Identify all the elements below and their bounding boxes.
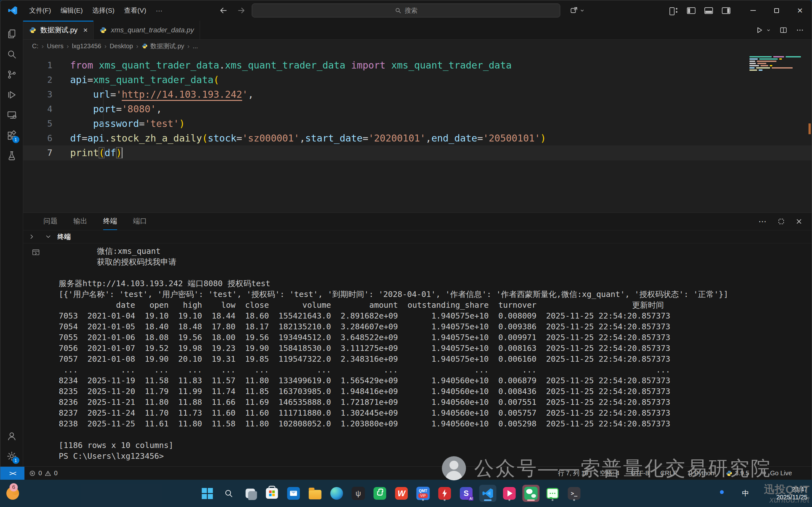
more-actions-icon[interactable]	[796, 26, 804, 34]
go-live-button[interactable]: Go Live	[761, 469, 792, 477]
close-button[interactable]: ×	[788, 0, 812, 21]
terminal-line: 7057 2021-01-08 19.90 20.10 19.31 19.85 …	[59, 354, 812, 364]
panel-tab-1[interactable]: 输出	[73, 213, 87, 230]
taskbar-green-app-icon[interactable]	[371, 485, 388, 502]
remote-indicator[interactable]: ><	[0, 467, 24, 480]
encoding[interactable]: UTF-8	[631, 469, 649, 477]
activitybar-testing-icon[interactable]	[2, 146, 21, 166]
taskbar-sai-icon[interactable]: SAI	[458, 485, 475, 502]
line-number: 3	[23, 87, 70, 102]
taskbar-clock[interactable]: 23:47 2025/11/25	[776, 486, 808, 501]
breadcrumb-item-2[interactable]: lxg123456	[72, 43, 101, 50]
language-mode[interactable]: {} Python	[688, 469, 714, 477]
activitybar-source-control-icon[interactable]	[2, 64, 21, 85]
taskbar-file-explorer-icon[interactable]	[307, 485, 324, 502]
minimize-button[interactable]	[741, 0, 765, 21]
taskbar-wechat-icon[interactable]	[523, 485, 540, 502]
python-version: 3.9.5	[735, 469, 749, 477]
taskbar-icons: ψWQMTVIPSAI>_	[199, 480, 583, 507]
panel-tab-2[interactable]: 终端	[103, 213, 117, 230]
taskbar-chat-icon[interactable]	[544, 485, 561, 502]
eol-sequence[interactable]: CRLF	[660, 469, 677, 477]
breadcrumb-item-3[interactable]: Desktop	[110, 43, 133, 50]
chevron-right-icon[interactable]	[28, 233, 35, 240]
taskbar-start-icon[interactable]	[199, 485, 216, 502]
menu-item-1[interactable]: 编辑(E)	[56, 3, 88, 18]
taskbar-vscode-icon[interactable]	[479, 485, 496, 502]
nav-back-icon[interactable]	[219, 6, 228, 15]
maximize-button[interactable]	[765, 0, 788, 21]
minimap[interactable]	[750, 56, 803, 72]
toggle-panel-icon[interactable]	[704, 7, 713, 14]
copilot-button[interactable]	[570, 6, 585, 15]
panel-tab-0[interactable]: 问题	[44, 213, 57, 230]
activitybar-remote-explorer-icon[interactable]	[2, 105, 21, 125]
terminal-launch-icon[interactable]	[32, 248, 40, 257]
taskbar-play-icon[interactable]	[501, 485, 518, 502]
taskbar-qmt-icon[interactable]: QMTVIP	[415, 485, 432, 502]
run-dropdown-icon[interactable]	[766, 27, 771, 33]
tab-close-icon[interactable]: ×	[83, 26, 88, 35]
run-button[interactable]	[755, 26, 763, 34]
activitybar-run-debug-icon[interactable]	[2, 85, 21, 105]
taskbar-wps-icon[interactable]: W	[393, 485, 410, 502]
tray-ime-icon[interactable]: 中	[742, 489, 749, 498]
breadcrumb-item-4[interactable]: 数据测试.py	[142, 42, 184, 50]
panel-tab-3[interactable]: 端口	[133, 213, 147, 230]
activitybar-extensions-icon[interactable]: 1	[2, 125, 21, 146]
cursor-position[interactable]: 行 7, 列 10	[558, 469, 589, 477]
code-line: 4 port='8080',	[23, 102, 812, 116]
customize-layout-icon[interactable]	[669, 7, 678, 14]
menu-item-4[interactable]: ···	[151, 3, 167, 18]
terminal-section-header[interactable]: 终端	[23, 230, 812, 243]
taskbar-task-view-icon[interactable]	[242, 485, 259, 502]
toggle-sidebar-icon[interactable]	[687, 7, 696, 14]
breadcrumb-item-0[interactable]: C:	[32, 43, 39, 50]
terminal-line: [1186 rows x 10 columns]	[59, 440, 812, 451]
tab-data-test[interactable]: 数据测试.py ×	[23, 21, 94, 39]
search-input[interactable]: 搜索	[252, 3, 560, 17]
code-line: 1from xms_quant_trader_data.xms_quant_tr…	[23, 58, 812, 73]
editor[interactable]: 1from xms_quant_trader_data.xms_quant_tr…	[23, 52, 812, 213]
activitybar-settings-icon[interactable]: 1	[2, 446, 21, 466]
copilot-icon	[570, 6, 578, 15]
toggle-secondary-sidebar-icon[interactable]	[722, 7, 730, 14]
menu-item-2[interactable]: 选择(S)	[88, 3, 119, 18]
taskbar-terminal-icon[interactable]: >_	[566, 485, 583, 502]
panel: 问题输出终端端口 ⋯ 终端 微信:xms_quant 获取的授权码找我申请 服务…	[23, 213, 812, 466]
taskbar-store-icon[interactable]	[264, 485, 281, 502]
indentation[interactable]: 空格: 4	[600, 469, 619, 477]
activitybar-search-icon[interactable]	[2, 44, 21, 64]
menu-item-3[interactable]: 查看(V)	[119, 3, 151, 18]
tab-xms-quant-trader-data[interactable]: xms_quant_trader_data.py	[94, 21, 200, 39]
python-interpreter[interactable]: 3.9.5	[726, 469, 749, 477]
clock-date: 2025/11/25	[776, 493, 808, 501]
menu-item-0[interactable]: 文件(F)	[24, 3, 56, 18]
problems-status[interactable]: 0 0	[24, 469, 62, 477]
panel-maximize-icon[interactable]	[777, 218, 785, 225]
widgets-button[interactable]: 6	[5, 485, 21, 502]
line-number: 2	[23, 73, 70, 87]
chevron-down-icon[interactable]	[45, 233, 52, 240]
taskbar-edge-icon[interactable]	[328, 485, 345, 502]
taskbar-search-icon[interactable]	[220, 485, 237, 502]
breadcrumb-item-1[interactable]: Users	[47, 43, 63, 50]
terminal-line: 8235 2025-11-20 11.79 11.99 11.74 11.85 …	[59, 386, 812, 397]
breadcrumb-item-5[interactable]: ...	[193, 43, 198, 50]
panel-close-icon[interactable]	[795, 218, 803, 225]
taskbar-bolt-icon[interactable]	[436, 485, 453, 502]
activity-bar: 11	[0, 21, 23, 466]
nav-forward-icon[interactable]	[236, 6, 246, 15]
taskbar-game-icon[interactable]: ψ	[350, 485, 367, 502]
terminal-line: 获取的授权码找我申请	[59, 257, 812, 268]
taskbar-outlook-icon[interactable]	[285, 485, 302, 502]
activitybar-account-icon[interactable]	[2, 426, 21, 446]
split-editor-icon[interactable]	[779, 26, 788, 34]
code-text: df=api.stock_zh_a_daily(stock='sz000001'…	[70, 131, 546, 146]
system-tray: 中 23:47 2025/11/25	[710, 480, 808, 507]
terminal-line: 7054 2021-01-05 18.40 18.48 17.80 18.17 …	[59, 321, 812, 332]
terminal-output[interactable]: 微信:xms_quant 获取的授权码找我申请 服务器http://14.103…	[23, 243, 812, 466]
panel-more-icon[interactable]: ⋯	[758, 217, 767, 227]
terminal-line	[59, 429, 812, 440]
activitybar-explorer-icon[interactable]	[2, 24, 21, 44]
